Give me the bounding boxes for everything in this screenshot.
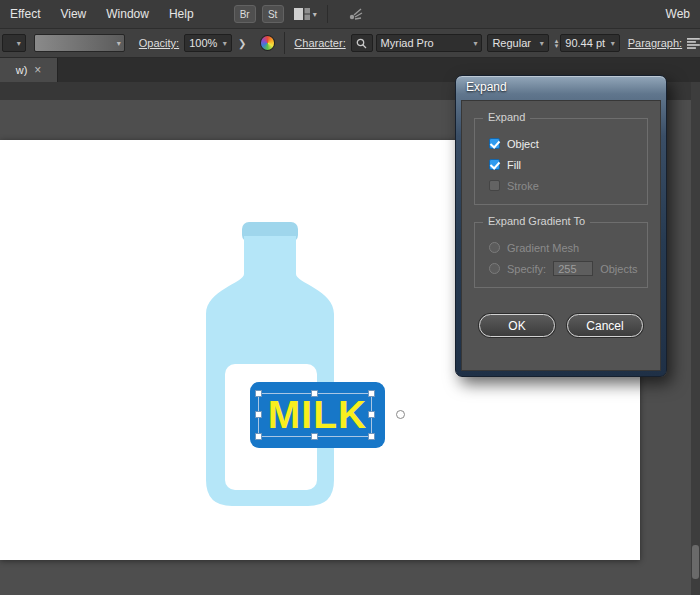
chevron-down-icon: ▾ — [17, 39, 21, 48]
selection-handle[interactable] — [255, 411, 262, 418]
font-size-value: 90.44 pt — [565, 37, 605, 49]
dialog-body: Expand Object Fill Stroke Expand Gradien… — [461, 100, 661, 371]
opacity-combo[interactable]: 100% ▾ — [184, 34, 232, 52]
selection-handle[interactable] — [311, 390, 318, 397]
tab-label: w) — [16, 64, 28, 76]
selection-handle[interactable] — [368, 433, 375, 440]
font-size-stepper[interactable]: ▴▾ — [555, 38, 559, 48]
separator — [284, 32, 285, 54]
character-label[interactable]: Character: — [294, 37, 345, 49]
option-label: Stroke — [507, 180, 539, 192]
objects-suffix-label: Objects — [600, 263, 637, 275]
selection-bounding-box[interactable] — [258, 393, 372, 437]
vertical-scrollbar[interactable] — [691, 82, 700, 595]
menu-view[interactable]: View — [50, 0, 96, 28]
recolor-artwork-icon[interactable] — [260, 35, 276, 51]
option-label: Gradient Mesh — [507, 242, 579, 254]
chevron-down-icon: ▾ — [611, 39, 615, 48]
app-window: Effect View Window Help Br St ▾ Web ▾ — [0, 0, 700, 595]
cancel-button[interactable]: Cancel — [567, 314, 643, 337]
stock-button[interactable]: St — [262, 5, 284, 23]
font-search-button[interactable] — [351, 34, 373, 52]
chevron-down-icon: ▾ — [473, 39, 477, 48]
font-style-value: Regular — [492, 37, 531, 49]
fill-checkbox[interactable] — [489, 159, 500, 170]
opacity-value: 100% — [189, 37, 217, 49]
menu-window[interactable]: Window — [96, 0, 159, 28]
menu-effect[interactable]: Effect — [0, 0, 50, 28]
gradient-group-label: Expand Gradient To — [483, 215, 590, 227]
close-icon[interactable]: × — [34, 63, 41, 77]
option-label: Object — [507, 138, 539, 150]
gesture-icon — [348, 7, 364, 21]
milk-bottle-illustration[interactable] — [205, 222, 340, 512]
workspace-switcher[interactable]: ▾ — [294, 8, 317, 20]
search-icon — [356, 38, 367, 49]
scrollbar-thumb[interactable] — [692, 545, 699, 579]
style-field[interactable]: ▾ — [34, 34, 125, 52]
dialog-buttons: OK Cancel — [462, 314, 660, 337]
menu-help[interactable]: Help — [159, 0, 204, 28]
expand-group: Expand Object Fill Stroke — [474, 118, 648, 205]
selection-handle[interactable] — [368, 411, 375, 418]
font-family-value: Myriad Pro — [381, 37, 434, 49]
option-label: Fill — [507, 159, 521, 171]
option-fill[interactable]: Fill — [483, 154, 639, 175]
selection-handle[interactable] — [255, 433, 262, 440]
share-button[interactable] — [348, 7, 364, 21]
workspace-label[interactable]: Web — [666, 7, 700, 21]
option-specify: Specify: Objects — [483, 258, 639, 279]
menu-bar: Effect View Window Help Br St ▾ Web — [0, 0, 700, 28]
specify-objects-input — [553, 261, 593, 276]
chevron-down-icon: ▾ — [117, 39, 121, 48]
gradient-mesh-radio — [489, 242, 500, 253]
chevron-right-button[interactable]: ❯ — [235, 34, 250, 52]
opacity-label[interactable]: Opacity: — [139, 37, 179, 49]
separator — [327, 5, 328, 23]
bridge-button[interactable]: Br — [234, 5, 256, 23]
left-combo[interactable]: ▾ — [2, 34, 26, 52]
specify-radio — [489, 263, 500, 274]
dialog-title-bar[interactable]: Expand — [456, 76, 666, 94]
font-style-combo[interactable]: Regular ▾ — [487, 34, 548, 52]
paragraph-label[interactable]: Paragraph: — [628, 37, 682, 49]
expand-group-label: Expand — [483, 111, 530, 123]
expand-dialog: Expand Expand Object Fill Stroke Expand — [455, 75, 667, 377]
selection-handle[interactable] — [311, 433, 318, 440]
selection-handle[interactable] — [368, 390, 375, 397]
selection-handle[interactable] — [255, 390, 262, 397]
option-object[interactable]: Object — [483, 133, 639, 154]
ok-button[interactable]: OK — [479, 314, 555, 337]
stroke-checkbox — [489, 180, 500, 191]
document-tab[interactable]: w) × — [0, 58, 58, 82]
font-size-combo[interactable]: 90.44 pt ▾ — [560, 34, 619, 52]
control-bar: ▾ ▾ Opacity: 100% ▾ ❯ Character: Myriad … — [0, 28, 700, 58]
option-gradient-mesh: Gradient Mesh — [483, 237, 639, 258]
align-left-icon[interactable] — [687, 38, 700, 49]
chevron-down-icon: ▾ — [313, 10, 317, 19]
option-stroke: Stroke — [483, 175, 639, 196]
gradient-group: Expand Gradient To Gradient Mesh Specify… — [474, 222, 648, 288]
anchor-point-handle[interactable] — [396, 410, 405, 419]
option-label: Specify: — [507, 263, 546, 275]
object-checkbox[interactable] — [489, 138, 500, 149]
font-family-combo[interactable]: Myriad Pro ▾ — [376, 34, 483, 52]
workspace-icon — [294, 8, 310, 20]
chevron-down-icon: ▾ — [540, 39, 544, 48]
chevron-down-icon: ▾ — [223, 39, 227, 48]
